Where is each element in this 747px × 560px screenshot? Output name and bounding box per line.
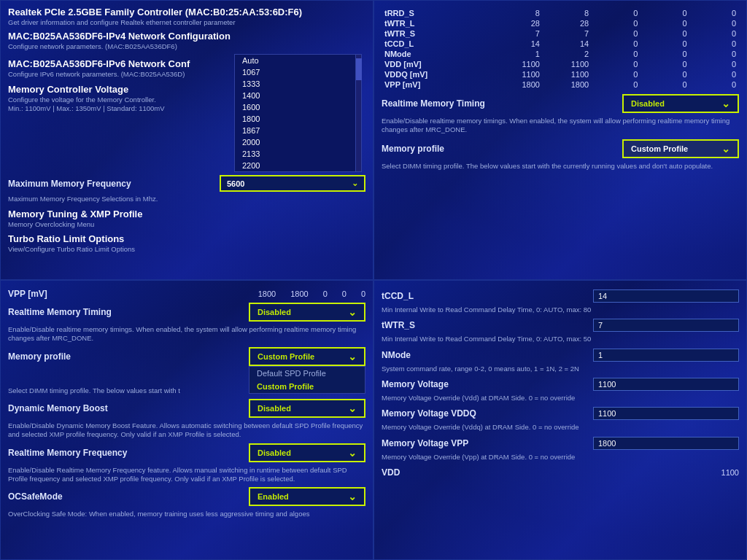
br-vdd-row: VDD 1100 xyxy=(382,467,739,478)
br-nmode-desc: System command rate, range 0-2, 0 means … xyxy=(382,365,739,373)
tr-realtime-timing-dropdown[interactable]: Disabled ⌄ xyxy=(622,94,739,113)
quadrant-top-left: Realtek PCIe 2.5GBE Family Controller (M… xyxy=(0,0,374,280)
freq-scrollbar[interactable] xyxy=(355,55,361,171)
br-twtrs-input[interactable] xyxy=(593,319,739,332)
timing-v3: 0 xyxy=(592,39,640,49)
timing-v5: 0 xyxy=(690,18,739,28)
bl-vpp-values: 1800 1800 0 0 0 xyxy=(258,289,365,298)
timing-v1: 1 xyxy=(494,49,543,59)
freq-2200[interactable]: 2200 xyxy=(235,160,361,171)
timing-v4: 0 xyxy=(640,69,689,79)
timing-v2: 2 xyxy=(543,49,592,59)
realtek-title: Realtek PCIe 2.5GBE Family Controller (M… xyxy=(8,7,365,18)
freq-2000[interactable]: 2000 xyxy=(235,136,361,148)
timing-v2: 7 xyxy=(543,28,592,39)
br-memvolt-input[interactable] xyxy=(593,378,739,391)
bl-vpp-v1: 1800 xyxy=(258,289,276,298)
bl-vpp-label: VPP [mV] xyxy=(8,289,258,299)
freq-1800[interactable]: 1800 xyxy=(235,113,361,125)
bl-realtime-timing-chevron-icon: ⌄ xyxy=(348,306,357,318)
timing-v5: 0 xyxy=(690,69,739,79)
bl-realtime-timing-desc: Enable/Disable realtime memory timings. … xyxy=(8,325,365,343)
mcv-title: Memory Controller Voltage xyxy=(8,84,231,95)
timing-label: VDD [mV] xyxy=(382,59,494,69)
timing-row: VDD [mV] 1100 1100 0 0 0 xyxy=(382,59,739,69)
timing-row: tWTR_S 7 7 0 0 0 xyxy=(382,28,739,39)
timing-v2: 14 xyxy=(543,39,592,49)
tr-memory-profile-chevron-icon: ⌄ xyxy=(721,143,730,155)
br-twtrs-desc: Min Internal Write to Read Command Delay… xyxy=(382,335,739,343)
freq-1067[interactable]: 1067 xyxy=(235,66,361,78)
bl-realtime-timing-row: Realtime Memory Timing Disabled ⌄ xyxy=(8,303,365,322)
bl-realtime-freq-desc: Enable/Disable Realtime Memory Frequency… xyxy=(8,466,365,484)
timing-v4: 0 xyxy=(640,59,689,69)
bl-vpp-v2: 1800 xyxy=(290,289,308,298)
br-vddq-input[interactable] xyxy=(593,407,739,420)
freq-1867[interactable]: 1867 xyxy=(235,125,361,136)
timing-row: NMode 1 2 0 0 0 xyxy=(382,49,739,59)
freq-dropdown-list[interactable]: Auto 1067 1333 1400 1600 1800 1867 2000 … xyxy=(234,54,365,172)
br-memvolt-desc: Memory Voltage Override (Vdd) at DRAM Si… xyxy=(382,394,739,402)
bl-ocsafemode-row: OCSafeMode Enabled ⌄ xyxy=(8,487,365,506)
max-freq-label: Maximum Memory Frequency xyxy=(8,179,220,189)
br-vddq-desc: Memory Voltage Override (Vddq) at DRAM S… xyxy=(382,423,739,432)
bl-profile-option-default[interactable]: Default SPD Profile xyxy=(249,367,365,380)
timing-v3: 0 xyxy=(592,18,640,28)
bl-memory-profile-label: Memory profile xyxy=(8,351,249,362)
br-nmode-input[interactable] xyxy=(593,349,739,362)
freq-1600[interactable]: 1600 xyxy=(235,101,361,113)
timing-v2: 1100 xyxy=(543,69,592,79)
timing-v4: 0 xyxy=(640,28,689,39)
bl-realtime-freq-row: Realtime Memory Frequency Disabled ⌄ xyxy=(8,443,365,462)
br-twtrs-label: tWTR_S xyxy=(382,320,593,330)
turbo-desc: View/Configure Turbo Ratio Limit Options xyxy=(8,245,365,254)
timing-table: tRRD_S 8 8 0 0 0 tWTR_L 28 28 0 0 0 tWTR… xyxy=(382,8,739,90)
bl-dynamic-boost-value: Disabled xyxy=(258,404,291,413)
timing-v5: 0 xyxy=(690,8,739,18)
bl-realtime-freq-label: Realtime Memory Frequency xyxy=(8,448,249,458)
freq-1333[interactable]: 1333 xyxy=(235,78,361,90)
br-tccd-label: tCCD_L xyxy=(382,291,593,301)
timing-v5: 0 xyxy=(690,39,739,49)
bl-realtime-freq-dropdown[interactable]: Disabled ⌄ xyxy=(249,443,365,462)
bl-memory-profile-chevron-icon: ⌄ xyxy=(348,351,357,362)
timing-label: tRRD_S xyxy=(382,8,494,18)
max-freq-value: 5600 xyxy=(227,179,244,188)
bl-memory-profile-dropdown[interactable]: Custom Profile ⌄ xyxy=(249,347,365,366)
timing-v2: 1100 xyxy=(543,59,592,69)
bl-ocsafemode-dropdown[interactable]: Enabled ⌄ xyxy=(249,487,365,506)
freq-2133[interactable]: 2133 xyxy=(235,148,361,160)
max-freq-row: Maximum Memory Frequency 5600 ⌄ xyxy=(8,175,365,192)
br-vpp-input[interactable] xyxy=(593,437,739,450)
ipv4-desc: Configure network parameters. (MAC:B025A… xyxy=(8,42,365,51)
freq-scrollbar-thumb[interactable] xyxy=(356,58,362,80)
timing-row: VPP [mV] 1800 1800 0 0 0 xyxy=(382,79,739,90)
tr-memory-profile-dropdown[interactable]: Custom Profile ⌄ xyxy=(622,139,739,158)
freq-1400[interactable]: 1400 xyxy=(235,90,361,101)
max-freq-dropdown[interactable]: 5600 ⌄ xyxy=(220,175,365,192)
br-vpp-desc: Memory Voltage Override (Vpp) at DRAM Si… xyxy=(382,453,739,462)
bl-realtime-timing-dropdown[interactable]: Disabled ⌄ xyxy=(249,303,365,322)
timing-v2: 28 xyxy=(543,18,592,28)
bl-ocsafemode-label: OCSafeMode xyxy=(8,491,249,502)
bl-realtime-freq-chevron-icon: ⌄ xyxy=(348,447,357,459)
bl-memory-profile-row: Memory profile Custom Profile ⌄ xyxy=(8,347,365,366)
timing-v1: 1100 xyxy=(494,59,543,69)
br-tccd-input[interactable] xyxy=(593,289,739,303)
turbo-title: Turbo Ratio Limit Options xyxy=(8,233,365,244)
bl-realtime-timing-value: Disabled xyxy=(258,308,291,316)
tr-realtime-timing-chevron-icon: ⌄ xyxy=(721,98,730,109)
timing-label: NMode xyxy=(382,49,494,59)
br-tccd-desc: Min Internal Write to Read Command Delay… xyxy=(382,306,739,314)
timing-v5: 0 xyxy=(690,59,739,69)
timing-v3: 0 xyxy=(592,28,640,39)
freq-auto[interactable]: Auto xyxy=(235,55,361,66)
bl-dynamic-boost-dropdown[interactable]: Disabled ⌄ xyxy=(249,399,365,418)
tr-memory-profile-desc: Select DIMM timing profile. The below va… xyxy=(382,162,739,171)
ipv6-desc: Configure IPv6 network parameters. (MAC:… xyxy=(8,70,231,79)
bl-ocsafemode-chevron-icon: ⌄ xyxy=(348,491,357,502)
timing-row: tRRD_S 8 8 0 0 0 xyxy=(382,8,739,18)
timing-v1: 28 xyxy=(494,18,543,28)
max-freq-desc: Maximum Memory Frequency Selections in M… xyxy=(8,195,365,203)
timing-row: VDDQ [mV] 1100 1100 0 0 0 xyxy=(382,69,739,79)
